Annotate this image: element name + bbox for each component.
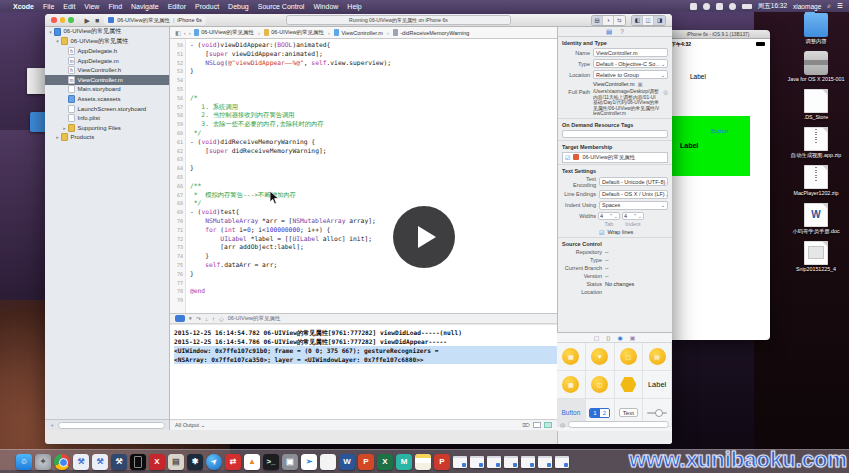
- tab-width-stepper[interactable]: 4⌃⌄: [598, 212, 620, 220]
- debug-view-toggle[interactable]: [175, 315, 185, 322]
- menu-clock[interactable]: 周五16:32: [758, 2, 787, 11]
- code-line[interactable]: 2. 当控制器接收到内存警告调用: [190, 111, 557, 120]
- resource-tags-field[interactable]: [562, 130, 668, 138]
- code-snippet-library-tab[interactable]: {}: [606, 335, 610, 341]
- file-row-06-UIView的常见属性[interactable]: ▾06-UIView的常见属性: [45, 27, 169, 37]
- close-button[interactable]: [51, 17, 57, 23]
- code-line[interactable]: /*: [190, 94, 557, 103]
- file-template-library-tab[interactable]: ▢: [594, 334, 600, 341]
- finder-icon[interactable]: ☺: [16, 454, 32, 470]
- utilities-toggle-icon[interactable]: ◨: [654, 16, 665, 25]
- console-view-toggle[interactable]: [544, 422, 552, 428]
- file-row-ViewController.m[interactable]: mViewController.m: [45, 75, 169, 85]
- file-row-LaunchScreen.storyboard[interactable]: LaunchScreen.storyboard: [45, 104, 169, 114]
- file-row-Supporting Files[interactable]: ▸Supporting Files: [45, 123, 169, 133]
- version-editor-icon[interactable]: ⇆: [614, 16, 625, 25]
- xcode-icon-3[interactable]: ⚒: [111, 454, 127, 470]
- video-app-icon[interactable]: ▣: [282, 454, 298, 470]
- path-arrow-icon[interactable]: ◎: [663, 89, 668, 95]
- trash-icon[interactable]: ⌦: [522, 422, 530, 428]
- file-row-Main.storyboard[interactable]: Main.storyboard: [45, 85, 169, 95]
- code-line[interactable]: NSLog(@"viewDidAppear——%@", self.view.su…: [190, 59, 557, 68]
- file-row-AppDelegate.m[interactable]: mAppDelegate.m: [45, 56, 169, 66]
- input-source-icon[interactable]: [690, 3, 697, 10]
- window-controls[interactable]: [51, 17, 74, 23]
- minimized-window[interactable]: [555, 456, 569, 468]
- notification-center-icon[interactable]: ☰: [837, 2, 843, 10]
- tab-bar-controller-object[interactable]: ◫: [586, 371, 615, 399]
- menu-user[interactable]: xiaomage: [793, 3, 821, 10]
- desktop-icon-.DS_Store[interactable]: .DS_Store: [787, 89, 845, 120]
- simulator-button[interactable]: Button: [711, 128, 728, 134]
- ios-simulator-window[interactable]: iPhone 6s - iOS 9.1 (13B137) 下午4:32 Labe…: [666, 30, 770, 340]
- file-row-Products[interactable]: ▸Products: [45, 133, 169, 143]
- minimize-button[interactable]: [60, 17, 66, 23]
- disclosure-triangle-icon[interactable]: ▾: [47, 29, 54, 35]
- book-app-icon[interactable]: ▤: [168, 454, 184, 470]
- code-line[interactable]: [super didReceiveMemoryWarning];: [190, 147, 557, 156]
- indent-width-stepper[interactable]: 4⌃⌄: [622, 212, 644, 220]
- code-editor[interactable]: 5051525354555657585960616263646566676869…: [170, 39, 557, 313]
- code-line[interactable]: }: [190, 164, 557, 173]
- code-line[interactable]: [190, 85, 557, 94]
- file-row-06-UIView的常见属性[interactable]: ▾06-UIView的常见属性: [45, 37, 169, 47]
- code-lines[interactable]: - (void)viewDidAppear:(BOOL)animated{ [s…: [186, 39, 557, 313]
- menu-item-debug[interactable]: Debug: [228, 3, 249, 10]
- code-line[interactable]: [190, 76, 557, 85]
- quick-help-tab[interactable]: ?: [620, 28, 624, 35]
- back-button[interactable]: ‹: [184, 30, 186, 36]
- debug-area-toggle-icon[interactable]: ◫: [643, 16, 654, 25]
- device-icon[interactable]: [130, 454, 146, 470]
- terminal-icon[interactable]: >_: [263, 454, 279, 470]
- storyboard-reference-object[interactable]: ▼: [586, 343, 615, 371]
- disclosure-triangle-icon[interactable]: ▸: [61, 125, 68, 131]
- menu-item-window[interactable]: Window: [313, 3, 338, 10]
- step-over-icon[interactable]: ↷: [196, 315, 201, 322]
- checkbox-checked-icon[interactable]: ☑: [565, 154, 570, 161]
- wrap-lines-checkbox[interactable]: ☑: [599, 229, 604, 236]
- launchpad-icon[interactable]: ✦: [35, 454, 51, 470]
- menu-item-editor[interactable]: Editor: [168, 3, 186, 10]
- indent-using-select[interactable]: Spaces⌄: [599, 201, 668, 210]
- chrome-icon[interactable]: [54, 454, 70, 470]
- menu-item-view[interactable]: View: [84, 3, 99, 10]
- file-inspector-tab[interactable]: ▤: [606, 28, 612, 36]
- p-app-icon[interactable]: P: [434, 454, 450, 470]
- folder-icon[interactable]: ▣: [637, 81, 642, 87]
- code-line[interactable]: [190, 279, 557, 288]
- device-selector[interactable]: iPhone 6s: [177, 17, 201, 23]
- white-app-icon[interactable]: [320, 454, 336, 470]
- location-select[interactable]: Relative to Group⌄: [593, 70, 668, 79]
- xcode-icon-2[interactable]: ⚒: [92, 454, 108, 470]
- code-line[interactable]: UILabel *label = [[UILabel alloc] init];: [190, 235, 557, 244]
- video-play-overlay[interactable]: [393, 206, 455, 268]
- display-icon[interactable]: [716, 3, 723, 10]
- code-line[interactable]: * 模拟内存警告--->不断增加内存: [190, 191, 557, 200]
- standard-editor-icon[interactable]: ▤: [592, 16, 603, 25]
- code-line[interactable]: for (int i=0; i<100000000; i++) {: [190, 226, 557, 235]
- variables-view-toggle[interactable]: [533, 422, 541, 428]
- view-controller-object[interactable]: ▦: [557, 343, 586, 371]
- forward-button[interactable]: ›: [189, 30, 191, 36]
- file-row-Assets.xcassets[interactable]: Assets.xcassets: [45, 94, 169, 104]
- code-line[interactable]: - (void)viewDidAppear:(BOOL)animated{: [190, 41, 557, 50]
- minimized-window[interactable]: [487, 456, 501, 468]
- code-line[interactable]: 3. 去除一些不必要的内存,去除耗时的内存: [190, 120, 557, 129]
- line-endings-select[interactable]: Default - OS X / Unix (LF)⌄: [599, 190, 668, 199]
- menu-item-find[interactable]: Find: [108, 3, 122, 10]
- desktop-icon-自动生成视图.app.zip[interactable]: 自动生成视图.app.zip: [787, 127, 845, 158]
- code-line[interactable]: self.dataArr = arr;: [190, 261, 557, 270]
- menu-item-source-control[interactable]: Source Control: [258, 3, 305, 10]
- type-select[interactable]: Default - Objective-C So…⌄: [593, 59, 668, 68]
- label-object[interactable]: Label: [643, 371, 672, 399]
- name-field[interactable]: ViewController.m: [593, 48, 668, 57]
- menu-item-file[interactable]: File: [43, 3, 54, 10]
- console-line[interactable]: 2015-12-25 16:14:54.782 06-UIView的常见属性[9…: [174, 328, 557, 337]
- menu-item-navigate[interactable]: Navigate: [131, 3, 159, 10]
- step-out-icon[interactable]: ↑: [212, 316, 215, 322]
- object-cube[interactable]: [615, 371, 644, 399]
- add-button[interactable]: ＋: [49, 421, 55, 430]
- navigator-filter-field[interactable]: [58, 422, 165, 429]
- disclosure-triangle-icon[interactable]: ▾: [54, 38, 61, 44]
- code-line[interactable]: - (void)test{: [190, 208, 557, 217]
